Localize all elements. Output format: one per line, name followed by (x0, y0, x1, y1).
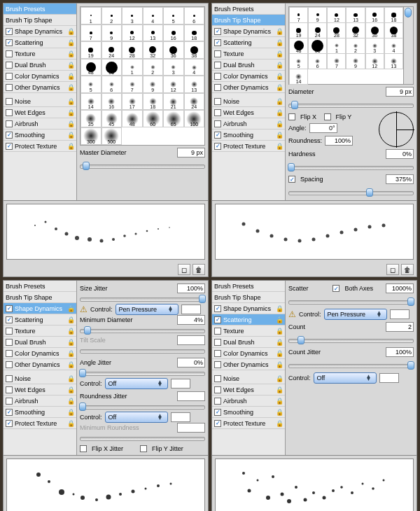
sidebar-brush-presets[interactable]: Brush Presets (212, 4, 285, 15)
brush-preset-cell[interactable]: 9 (346, 53, 365, 69)
brush-preset-cell[interactable]: 2 (143, 59, 164, 76)
brush-preset-cell[interactable]: 1 (80, 7, 102, 24)
sidebar-item-airbrush[interactable]: Airbrush🔒 (4, 396, 76, 407)
brush-preset-cell[interactable]: 28 (327, 22, 346, 38)
count-field[interactable] (386, 322, 414, 332)
scatter-control-dropdown[interactable]: Pen Pressure (324, 309, 387, 320)
brush-preset-cell[interactable]: 500 (102, 127, 122, 145)
brush-preset-cell[interactable]: 100 (184, 110, 205, 127)
grid-scrollbar[interactable] (404, 6, 414, 85)
brush-preset-cell[interactable]: 300 (80, 127, 102, 145)
brush-preset-cell[interactable]: 24 (102, 41, 122, 59)
sidebar-item-other-dynamics[interactable]: Other Dynamics🔒 (4, 359, 76, 370)
option-checkbox[interactable] (6, 305, 13, 312)
option-checkbox[interactable] (214, 386, 221, 393)
sidebar-brush-tip-shape[interactable]: Brush Tip Shape (212, 15, 285, 26)
brush-preset-cell[interactable]: 17 (122, 93, 143, 111)
count-jitter-field[interactable] (386, 347, 414, 357)
option-checkbox[interactable] (214, 84, 221, 91)
option-checkbox[interactable] (214, 28, 221, 35)
min-diameter-field[interactable] (177, 315, 205, 325)
brush-preset-cell[interactable]: 36 (365, 22, 384, 38)
brush-preset-cell[interactable]: 14 (289, 69, 308, 85)
sidebar-brush-presets[interactable]: Brush Presets (4, 281, 76, 292)
brush-preset-cell[interactable]: 12 (122, 24, 143, 42)
scatter-control-field[interactable] (390, 309, 410, 319)
option-checkbox[interactable] (214, 62, 221, 69)
sidebar-item-shape-dynamics[interactable]: Shape Dynamics🔒 (212, 26, 285, 37)
sidebar-item-protect-texture[interactable]: Protect Texture🔒 (212, 418, 285, 429)
sidebar-item-color-dynamics[interactable]: Color Dynamics🔒 (212, 348, 285, 359)
brush-preset-cell[interactable]: 38 (184, 41, 205, 59)
new-preset-button[interactable]: ◻ (386, 264, 399, 275)
brush-preset-cell[interactable]: 65 (163, 110, 184, 127)
sidebar-item-airbrush[interactable]: Airbrush🔒 (212, 118, 285, 130)
brush-preset-cell[interactable]: 1 (327, 38, 346, 54)
roundness-jitter-field[interactable] (177, 391, 205, 401)
sidebar-item-protect-texture[interactable]: Protect Texture🔒 (212, 141, 285, 152)
angle-control-dropdown[interactable]: Off (105, 378, 168, 389)
brush-preset-cell[interactable]: 2 (102, 7, 122, 24)
option-checkbox[interactable] (214, 305, 221, 312)
sidebar-item-other-dynamics[interactable]: Other Dynamics🔒 (4, 82, 76, 93)
brush-preset-cell[interactable]: 9 (143, 76, 164, 93)
brush-preset-cell[interactable]: 1 (122, 59, 143, 76)
brush-preset-cell[interactable]: 19 (80, 41, 102, 59)
sidebar-item-scattering[interactable]: Scattering🔒 (212, 314, 285, 326)
size-control-field[interactable] (181, 304, 201, 314)
brush-preset-cell[interactable]: 32 (143, 41, 164, 59)
brush-preset-cell[interactable]: 36 (163, 41, 184, 59)
brush-preset-cell[interactable]: 4 (384, 38, 403, 54)
scatter-slider[interactable] (288, 297, 414, 305)
size-jitter-field[interactable] (177, 284, 205, 293)
diameter-field[interactable] (386, 87, 414, 97)
option-checkbox[interactable] (6, 73, 13, 80)
option-checkbox[interactable] (214, 328, 221, 335)
sidebar-item-scattering[interactable]: Scattering🔒 (4, 314, 76, 326)
diameter-slider[interactable] (288, 100, 414, 108)
brush-preset-cell[interactable]: 6 (184, 7, 205, 24)
delete-preset-button[interactable]: 🗑 (401, 264, 414, 275)
option-checkbox[interactable] (214, 375, 221, 382)
brush-preset-grid[interactable]: 1234567912131618192428323638486012345679… (80, 6, 205, 146)
brush-preset-cell[interactable]: 3 (365, 38, 384, 54)
brush-tip-grid[interactable]: 7912131618192428323638486012345679121314 (288, 6, 404, 85)
sidebar-item-smoothing[interactable]: Smoothing🔒 (212, 130, 285, 141)
brush-preset-cell[interactable]: 12 (327, 7, 346, 23)
sidebar-item-texture[interactable]: Texture🔒 (212, 48, 285, 59)
brush-preset-cell[interactable]: 14 (80, 93, 102, 111)
brush-preset-cell[interactable]: 5 (289, 53, 308, 69)
option-checkbox[interactable] (6, 375, 13, 382)
roundness-control-dropdown[interactable]: Off (105, 412, 168, 423)
sidebar-brush-tip-shape[interactable]: Brush Tip Shape (4, 292, 76, 303)
option-checkbox[interactable] (214, 143, 221, 150)
brush-preset-cell[interactable]: 18 (184, 24, 205, 42)
sidebar-item-smoothing[interactable]: Smoothing🔒 (4, 130, 76, 141)
sidebar-item-noise[interactable]: Noise🔒 (212, 96, 285, 107)
sidebar-brush-tip-shape[interactable]: Brush Tip Shape (4, 15, 76, 26)
brush-preset-cell[interactable]: 3 (122, 7, 143, 24)
count-jitter-slider[interactable] (288, 360, 414, 369)
sidebar-item-airbrush[interactable]: Airbrush🔒 (4, 118, 76, 130)
brush-preset-cell[interactable]: 24 (308, 22, 327, 38)
sidebar-item-airbrush[interactable]: Airbrush🔒 (212, 396, 285, 407)
option-checkbox[interactable] (214, 98, 221, 105)
sidebar-brush-presets[interactable]: Brush Presets (212, 281, 285, 292)
option-checkbox[interactable] (6, 361, 13, 368)
flip-y-jitter-checkbox[interactable] (140, 445, 147, 452)
sidebar-brush-tip-shape[interactable]: Brush Tip Shape (212, 292, 285, 303)
option-checkbox[interactable] (6, 328, 13, 335)
sidebar-item-wet-edges[interactable]: Wet Edges🔒 (4, 384, 76, 396)
option-checkbox[interactable] (214, 420, 221, 427)
brush-preset-cell[interactable]: 7 (327, 53, 346, 69)
count-slider[interactable] (288, 335, 414, 344)
sidebar-item-color-dynamics[interactable]: Color Dynamics🔒 (212, 71, 285, 82)
hardness-field[interactable] (386, 149, 414, 159)
option-checkbox[interactable] (214, 109, 221, 116)
option-checkbox[interactable] (214, 132, 221, 139)
option-checkbox[interactable] (214, 316, 221, 323)
option-checkbox[interactable] (214, 409, 221, 416)
spacing-slider[interactable] (288, 188, 414, 196)
sidebar-item-smoothing[interactable]: Smoothing🔒 (212, 407, 285, 418)
flip-y-checkbox[interactable] (324, 113, 331, 120)
